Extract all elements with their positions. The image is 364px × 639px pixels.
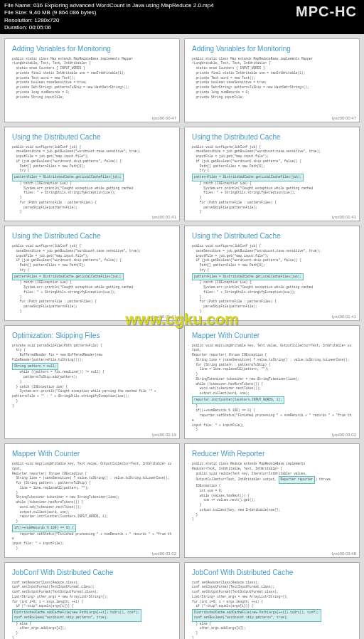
- video-thumbnail[interactable]: Using the Distributed Cachepublic void c…: [4, 127, 180, 222]
- video-thumbnail[interactable]: Mapper With Counterpublic void map(LongW…: [4, 443, 180, 558]
- slide-title: Adding Variables for Monitoring: [192, 45, 352, 53]
- slide-title: Mapper With Counter: [192, 332, 352, 339]
- code-block: public void map(LongWritable key, Text v…: [12, 462, 172, 551]
- filename: File Name: 036 Exploring advanced WordCo…: [4, 2, 296, 9]
- slide-title: Using the Distributed Cache: [192, 133, 352, 141]
- code-block: public void configure(JobConf job) { cas…: [192, 145, 352, 216]
- code-block: public static class Reduce extends MapRe…: [192, 462, 352, 522]
- timestamp: lynd00:00:47: [332, 116, 356, 120]
- slide-title: Using the Distributed Cache: [12, 133, 172, 141]
- code-block: private void parseSkipFile(Path patterns…: [12, 344, 172, 409]
- video-thumbnail[interactable]: Using the Distributed Cachepublic void c…: [4, 226, 180, 321]
- code-block: conf.setReducerClass(Reduce.class); conf…: [192, 581, 352, 639]
- timestamp: lynd00:03:02: [332, 433, 356, 437]
- resolution: Resolution: 1280x720: [4, 17, 296, 24]
- slide-title: Adding Variables for Monitoring: [12, 45, 172, 53]
- video-thumbnail[interactable]: Reducer With Reporterpublic static class…: [184, 443, 360, 558]
- filesize: File Size: 9,40 MB (9 864 086 bytes): [4, 9, 296, 16]
- slide-title: JobConf With Distributed Cache: [192, 569, 352, 576]
- video-thumbnail[interactable]: Adding Variables for Monitoringpublic st…: [4, 38, 180, 122]
- code-block: public void configure(JobConf job) { cas…: [12, 145, 172, 216]
- timestamp: lynd00:03:48: [332, 551, 356, 556]
- media-info-header: File Name: 036 Exploring advanced WordCo…: [0, 0, 364, 34]
- slide-title: JobConf With Distributed Cache: [12, 569, 172, 576]
- timestamp: lynd00:01:41: [332, 315, 356, 319]
- code-block: public void map(LongWritable key, Text v…: [192, 344, 352, 433]
- duration: Duration: 00:05:06: [4, 24, 296, 31]
- code-block: public void configure(JobConf job) { cas…: [192, 244, 352, 315]
- video-thumbnail[interactable]: Using the Distributed Cachepublic void c…: [184, 127, 360, 222]
- code-block: public static class Map extends MapReduc…: [12, 57, 172, 100]
- video-thumbnail[interactable]: Using the Distributed Cachepublic void c…: [184, 226, 360, 321]
- timestamp: lynd00:00:47: [152, 116, 176, 120]
- code-block: public void configure(JobConf job) { cas…: [12, 244, 172, 315]
- timestamp: lynd00:02:19: [152, 433, 176, 437]
- timestamp: lynd00:01:41: [332, 215, 356, 219]
- video-thumbnail[interactable]: Adding Variables for Monitoringpublic st…: [184, 38, 360, 122]
- timestamp: lynd00:01:41: [152, 315, 176, 319]
- code-block: public static class Map extends MapReduc…: [192, 57, 352, 100]
- slide-title: Mapper With Counter: [12, 450, 172, 458]
- slide-title: Using the Distributed Cache: [192, 232, 352, 240]
- app-name: MPC-HC: [296, 2, 360, 21]
- thumbnail-grid: Adding Variables for Monitoringpublic st…: [0, 34, 364, 639]
- video-thumbnail[interactable]: JobConf With Distributed Cacheconf.setRe…: [184, 562, 360, 639]
- code-block: conf.setReducerClass(Reduce.class); conf…: [12, 581, 172, 639]
- video-thumbnail[interactable]: Mapper With Counterpublic void map(LongW…: [184, 325, 360, 440]
- slide-title: Reducer With Reporter: [192, 450, 352, 458]
- slide-title: Optimization: Skipping Files: [12, 332, 172, 339]
- media-info-text: File Name: 036 Exploring advanced WordCo…: [4, 2, 296, 32]
- slide-title: Using the Distributed Cache: [12, 232, 172, 240]
- timestamp: lynd00:03:02: [152, 551, 176, 556]
- timestamp: lynd00:01:41: [152, 215, 176, 219]
- video-thumbnail[interactable]: JobConf With Distributed Cacheconf.setRe…: [4, 562, 180, 639]
- video-thumbnail[interactable]: Optimization: Skipping Filesprivate void…: [4, 325, 180, 440]
